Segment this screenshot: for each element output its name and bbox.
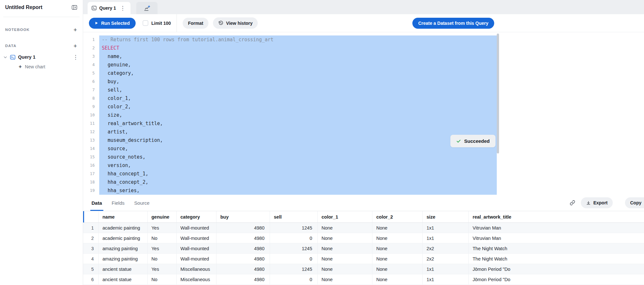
table-cell: 4980 [216, 264, 270, 274]
table-cell: None [372, 223, 423, 233]
run-selected-button[interactable]: Run Selected [89, 18, 136, 29]
export-label: Export [593, 200, 608, 205]
kebab-menu-icon[interactable]: ⋮ [72, 54, 80, 60]
tab-query-1[interactable]: Query 1 ⋮ [88, 2, 130, 14]
editor-row: 17 hha_concept_1, [83, 170, 500, 178]
table-cell: None [372, 264, 423, 274]
table-row[interactable]: 1academic paintingYesWall-mounted4980124… [83, 223, 644, 233]
line-number: 6 [83, 77, 99, 86]
kebab-menu-icon[interactable]: ⋮ [119, 5, 127, 11]
line-number: 18 [83, 178, 99, 186]
table-row[interactable]: 4amazing paintingNoWall-mounted49800None… [83, 254, 644, 264]
line-number: 5 [83, 69, 99, 77]
column-header[interactable]: category [177, 211, 216, 222]
export-button[interactable]: Export [581, 197, 613, 208]
notebook-section-label: NOTEBOOK [5, 28, 30, 32]
sidebar-item-query-1[interactable]: Query 1 ⋮ [0, 52, 83, 62]
code-line[interactable]: buy, [99, 77, 497, 86]
line-number: 10 [83, 111, 99, 119]
table-header-row: namegenuinecategorybuysellcolor_1color_2… [83, 211, 644, 223]
status-text: Succeeded [464, 138, 490, 144]
code-line[interactable]: category, [99, 69, 497, 77]
add-data-source-button[interactable]: + [72, 43, 78, 49]
view-history-button[interactable]: View history [213, 17, 258, 29]
editor-row: 11 real_artwork_title, [83, 119, 500, 128]
table-cell: 4980 [216, 223, 270, 233]
code-line[interactable]: source, [99, 144, 497, 153]
sidebar-item-new-chart[interactable]: + New chart [0, 62, 83, 71]
divider [3, 17, 80, 17]
code-line[interactable]: artist, [99, 128, 497, 136]
link-button[interactable] [568, 198, 577, 207]
table-cell: 0 [270, 254, 318, 264]
editor-row: 18 hha_concept_2, [83, 178, 500, 186]
code-line[interactable]: sell, [99, 86, 497, 94]
chevron-down-icon[interactable] [3, 55, 7, 59]
column-header[interactable]: color_1 [318, 211, 372, 222]
table-row[interactable]: 6ancient statueNoMiscellaneous49800NoneN… [83, 274, 644, 285]
code-line[interactable]: hha_concept_1, [99, 170, 497, 178]
tab-fields[interactable]: Fields [112, 195, 125, 211]
table-row[interactable]: 3amazing paintingYesWall-mounted49801245… [83, 243, 644, 254]
line-number: 17 [83, 170, 99, 178]
code-line[interactable]: museum_description, [99, 136, 497, 144]
editor-row: 19 hha_series, [83, 186, 500, 195]
report-title[interactable]: Untitled Report [5, 5, 43, 10]
tab-new-chart[interactable] [136, 2, 158, 14]
column-header[interactable]: size [423, 211, 469, 222]
data-section-label: DATA [5, 44, 16, 48]
table-cell: 4980 [216, 274, 270, 284]
code-line[interactable]: genuine, [99, 61, 497, 69]
query-toolbar: Run Selected Limit 100 Format View histo… [83, 14, 644, 32]
create-dataset-button[interactable]: Create a Dataset from this Query [412, 18, 494, 29]
column-header[interactable]: sell [270, 211, 318, 222]
column-header[interactable]: name [99, 211, 148, 222]
table-cell: ancient statue [99, 274, 148, 284]
table-cell: None [372, 233, 423, 243]
format-button[interactable]: Format [183, 18, 208, 29]
editor-row: 4 genuine, [83, 61, 500, 69]
editor-row: 15 source_notes, [83, 153, 500, 161]
code-line[interactable]: hha_series, [99, 186, 497, 195]
code-line[interactable]: color_2, [99, 103, 497, 111]
code-line[interactable]: name, [99, 52, 497, 61]
editor-row: 1-- Returns first 100 rows from tutorial… [83, 35, 500, 44]
table-cell: Yes [148, 264, 177, 274]
line-number: 14 [83, 144, 99, 153]
plus-icon: + [19, 64, 22, 69]
tab-source[interactable]: Source [134, 195, 150, 211]
code-line[interactable]: source_notes, [99, 153, 497, 161]
tab-data[interactable]: Data [91, 195, 102, 211]
limit-checkbox[interactable] [143, 20, 148, 26]
table-row[interactable]: 2academic paintingNoWall-mounted49800Non… [83, 233, 644, 243]
code-line[interactable]: SELECT [99, 44, 497, 52]
column-header[interactable]: real_artwork_title [469, 211, 644, 222]
code-line[interactable]: version, [99, 161, 497, 170]
row-number-header [83, 211, 99, 222]
add-notebook-cell-button[interactable]: + [72, 27, 78, 33]
code-line[interactable]: -- Returns first 100 rows from tutorial.… [99, 35, 497, 44]
table-cell: 1x1 [423, 274, 469, 284]
download-icon [586, 201, 591, 205]
table-cell: 0 [270, 274, 318, 284]
collapse-sidebar-button[interactable] [70, 3, 79, 12]
copy-button[interactable]: Copy [625, 197, 644, 208]
code-line[interactable]: real_artwork_title, [99, 119, 497, 128]
code-line[interactable]: size, [99, 111, 497, 119]
table-cell: 1245 [270, 243, 318, 253]
column-header[interactable]: buy [216, 211, 270, 222]
code-line[interactable]: color_1, [99, 94, 497, 103]
column-header[interactable]: genuine [148, 211, 177, 222]
code-line[interactable]: hha_concept_2, [99, 178, 497, 186]
table-cell: 1x1 [423, 264, 469, 274]
column-header[interactable]: color_2 [372, 211, 423, 222]
link-icon [570, 200, 575, 206]
editor-scrollbar[interactable] [497, 34, 499, 153]
table-cell: 0 [270, 233, 318, 243]
line-number: 19 [83, 186, 99, 195]
table-row[interactable]: 5ancient statueYesMiscellaneous49801245N… [83, 264, 644, 274]
editor-row: 2SELECT [83, 44, 500, 52]
notebook-section-header: NOTEBOOK + [0, 26, 83, 33]
results-table: namegenuinecategorybuysellcolor_1color_2… [83, 211, 644, 285]
sql-editor[interactable]: 1-- Returns first 100 rows from tutorial… [83, 32, 500, 195]
